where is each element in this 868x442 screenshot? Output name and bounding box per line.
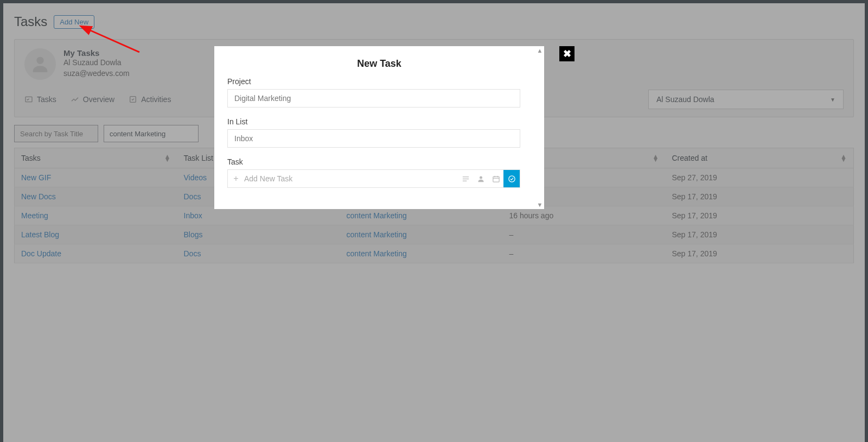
scroll-down-icon[interactable]: ▼ — [535, 201, 544, 208]
close-button[interactable]: ✖ — [559, 46, 575, 61]
assignee-icon[interactable] — [473, 170, 488, 187]
date-icon[interactable] — [488, 170, 503, 187]
modal-scrollbar[interactable]: ▲▼ — [535, 46, 544, 209]
svg-point-11 — [508, 175, 514, 181]
modal-title: New Task — [227, 58, 531, 70]
svg-rect-4 — [462, 178, 468, 179]
svg-point-6 — [480, 176, 482, 179]
description-icon[interactable] — [458, 170, 473, 187]
submit-task-button[interactable] — [503, 170, 520, 187]
modal-wrap: ▲▼ New Task Project In List Task + ✖ — [214, 46, 559, 209]
svg-rect-3 — [462, 176, 468, 177]
svg-rect-7 — [493, 176, 499, 182]
task-label: Task — [227, 157, 531, 166]
new-task-modal: ▲▼ New Task Project In List Task + — [214, 46, 544, 209]
scroll-up-icon[interactable]: ▲ — [535, 47, 544, 54]
plus-icon: + — [228, 174, 244, 184]
project-input[interactable] — [227, 89, 520, 108]
list-label: In List — [227, 117, 531, 126]
svg-rect-5 — [462, 180, 467, 181]
close-icon: ✖ — [563, 48, 571, 60]
task-input-row: + — [227, 169, 520, 188]
project-label: Project — [227, 77, 531, 86]
task-input[interactable] — [244, 174, 458, 183]
list-input[interactable] — [227, 129, 520, 148]
